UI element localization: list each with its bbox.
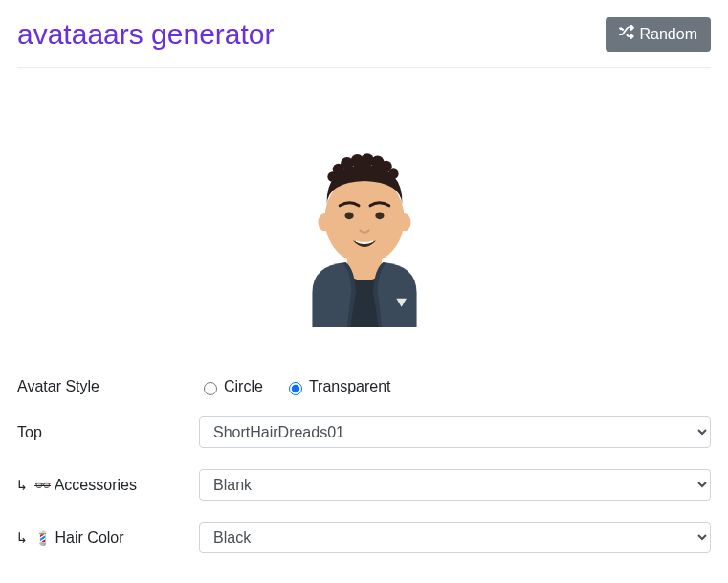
radio-circle-label: Circle — [224, 378, 263, 395]
row-accessories: ↳ 👓 Accessories Blank — [17, 469, 711, 501]
avatar-preview — [17, 68, 711, 378]
page-title: avataaars generator — [17, 18, 275, 51]
row-hair-color: ↳ 💈 Hair Color Black — [17, 522, 711, 553]
radio-transparent-label: Transparent — [309, 378, 391, 395]
label-hair-color-text: Hair Color — [55, 529, 124, 546]
indent-arrow-icon: ↳ — [17, 476, 27, 494]
indent-arrow-icon: ↳ — [17, 528, 27, 547]
radio-circle[interactable] — [204, 382, 217, 395]
glasses-icon: 👓 — [34, 478, 51, 493]
radio-transparent[interactable] — [289, 382, 302, 395]
avatar-style-radio-group: Circle Transparent — [199, 378, 711, 395]
radio-option-transparent[interactable]: Transparent — [284, 378, 391, 395]
svg-point-14 — [375, 213, 384, 220]
random-icon — [619, 25, 634, 44]
svg-point-3 — [318, 213, 331, 231]
select-accessories[interactable]: Blank — [199, 469, 711, 501]
avatar-svg — [269, 97, 460, 355]
row-avatar-style: Avatar Style Circle Transparent — [17, 378, 711, 395]
svg-point-12 — [327, 171, 338, 182]
label-top: Top — [17, 424, 199, 441]
random-button-label: Random — [640, 26, 697, 43]
label-hair-color: ↳ 💈 Hair Color — [17, 528, 199, 547]
label-avatar-style: Avatar Style — [17, 378, 199, 395]
svg-point-4 — [397, 213, 410, 231]
svg-point-11 — [388, 168, 399, 179]
random-button[interactable]: Random — [606, 17, 711, 52]
label-accessories: ↳ 👓 Accessories — [17, 476, 199, 494]
select-hair-color[interactable]: Black — [199, 522, 711, 553]
header: avataaars generator Random — [17, 17, 711, 68]
select-top[interactable]: ShortHairDreads01 — [199, 416, 711, 448]
barber-pole-icon: 💈 — [34, 530, 51, 546]
row-top: Top ShortHairDreads01 — [17, 416, 711, 448]
radio-option-circle[interactable]: Circle — [199, 378, 263, 395]
label-accessories-text: Accessories — [55, 477, 137, 493]
svg-point-13 — [344, 213, 353, 220]
